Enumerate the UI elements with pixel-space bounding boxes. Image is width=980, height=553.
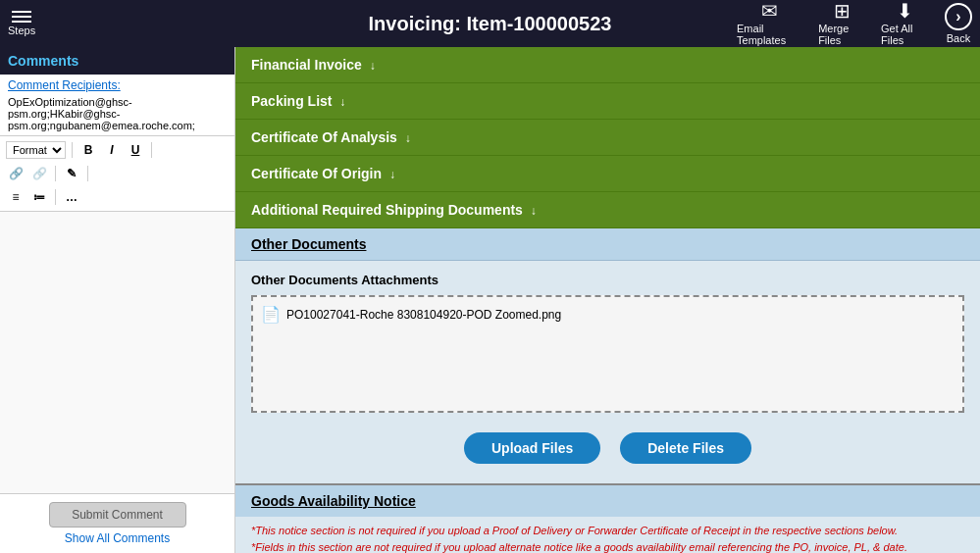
steps-label: Steps: [8, 25, 35, 36]
underline-button[interactable]: U: [126, 140, 145, 160]
link-button[interactable]: 🔗: [6, 164, 26, 183]
back-label: Back: [947, 32, 970, 44]
bold-button[interactable]: B: [78, 140, 98, 160]
attachment-filename: PO10027041-Roche 8308104920-POD Zoomed.p…: [286, 308, 561, 322]
submit-comment-button[interactable]: Submit Comment: [49, 502, 186, 528]
additional-shipping-arrow: ↓: [531, 204, 537, 218]
get-all-files-button[interactable]: ⬇ Get All Files: [881, 1, 929, 46]
steps-button[interactable]: Steps: [8, 11, 35, 36]
unlink-button[interactable]: 🔗: [29, 164, 49, 183]
app-header: Steps Invoicing: Item-100000523 ✉ Email …: [0, 0, 980, 47]
more-button[interactable]: …: [62, 187, 81, 207]
packing-list-arrow: ↓: [339, 95, 345, 109]
packing-list-label: Packing List: [251, 93, 332, 109]
certificate-origin-arrow: ↓: [389, 168, 395, 181]
show-all-comments-link[interactable]: Show All Comments: [65, 531, 170, 545]
italic-button[interactable]: I: [102, 140, 122, 160]
attachment-item: 📄 PO10027041-Roche 8308104920-POD Zoomed…: [261, 305, 954, 324]
financial-invoice-arrow: ↓: [370, 59, 376, 73]
toolbar-divider-3: [55, 166, 56, 181]
eraser-button[interactable]: ✎: [62, 164, 81, 183]
section-financial-invoice[interactable]: Financial Invoice ↓: [235, 47, 980, 83]
email-templates-label: Email Templates: [737, 23, 802, 46]
email-icon: ✉: [761, 1, 778, 21]
list-button[interactable]: ≔: [29, 187, 49, 207]
sidebar-footer: Submit Comment Show All Comments: [0, 493, 234, 553]
merge-files-button[interactable]: ⊞ Merge Files: [818, 1, 865, 46]
content-area: Financial Invoice ↓ Packing List ↓ Certi…: [235, 47, 980, 553]
section-certificate-origin[interactable]: Certificate Of Origin ↓: [235, 156, 980, 192]
toolbar-divider-4: [87, 166, 88, 181]
sidebar: Comments Comment Recipients: OpExOptimiz…: [0, 47, 235, 553]
toolbar-divider-5: [55, 189, 56, 205]
comment-editor[interactable]: [0, 212, 234, 493]
sidebar-title: Comments: [0, 47, 234, 75]
section-packing-list[interactable]: Packing List ↓: [235, 83, 980, 120]
goods-notice-line2: *Fields in this section are not required…: [251, 539, 964, 554]
get-all-files-label: Get All Files: [881, 23, 929, 46]
email-templates-button[interactable]: ✉ Email Templates: [737, 1, 802, 46]
attachments-box: 📄 PO10027041-Roche 8308104920-POD Zoomed…: [251, 295, 964, 413]
format-select[interactable]: Format: [6, 141, 66, 159]
upload-files-button[interactable]: Upload Files: [464, 432, 600, 464]
header-left: Steps: [8, 11, 243, 36]
toolbar-row-1: Format B I U: [6, 140, 229, 160]
upload-actions: Upload Files Delete Files: [251, 425, 964, 472]
download-icon: ⬇: [897, 1, 913, 21]
certificate-origin-label: Certificate Of Origin: [251, 166, 382, 181]
recipients-value: OpExOptimization@ghsc-psm.org;HKabir@ghs…: [0, 94, 234, 136]
additional-shipping-label: Additional Required Shipping Documents: [251, 202, 523, 218]
indent-button[interactable]: ≡: [6, 187, 26, 207]
other-documents-header: Other Documents: [235, 228, 980, 261]
attachments-label: Other Documents Attachments: [251, 273, 964, 287]
hamburger-icon: [12, 11, 31, 23]
main-layout: Comments Comment Recipients: OpExOptimiz…: [0, 47, 980, 553]
toolbar-divider-2: [151, 142, 152, 158]
goods-notice-header: Goods Availability Notice: [235, 483, 980, 517]
back-button[interactable]: › Back: [945, 3, 972, 44]
toolbar-row-3: ≡ ≔ …: [6, 187, 229, 207]
section-certificate-analysis[interactable]: Certificate Of Analysis ↓: [235, 120, 980, 156]
merge-files-label: Merge Files: [818, 23, 865, 46]
certificate-analysis-arrow: ↓: [405, 131, 411, 145]
financial-invoice-label: Financial Invoice: [251, 57, 362, 73]
other-documents-content: Other Documents Attachments 📄 PO10027041…: [235, 261, 980, 483]
certificate-analysis-label: Certificate Of Analysis: [251, 129, 397, 145]
toolbar-divider-1: [72, 142, 73, 158]
merge-icon: ⊞: [834, 1, 851, 21]
goods-notice-content: *This notice section is not required if …: [235, 517, 980, 553]
header-actions: ✉ Email Templates ⊞ Merge Files ⬇ Get Al…: [737, 1, 972, 46]
file-icon: 📄: [261, 305, 281, 324]
page-title: Invoicing: Item-100000523: [243, 13, 737, 35]
back-circle-icon: ›: [945, 3, 972, 30]
goods-notice-line1: *This notice section is not required if …: [251, 523, 964, 539]
delete-files-button[interactable]: Delete Files: [620, 432, 751, 464]
section-additional-shipping[interactable]: Additional Required Shipping Documents ↓: [235, 192, 980, 228]
recipients-label: Comment Recipients:: [0, 75, 234, 94]
editor-toolbar: Format B I U 🔗 🔗 ✎ ≡ ≔ …: [0, 136, 234, 212]
toolbar-row-2: 🔗 🔗 ✎: [6, 164, 229, 183]
